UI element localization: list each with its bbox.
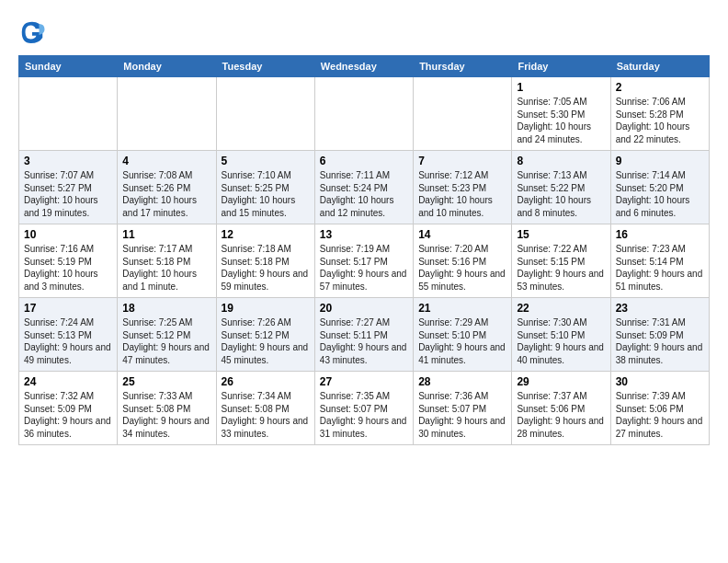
calendar-cell: 24Sunrise: 7:32 AMSunset: 5:09 PMDayligh…: [19, 372, 118, 445]
day-info: Sunrise: 7:32 AMSunset: 5:09 PMDaylight:…: [24, 390, 112, 440]
calendar-cell: 5Sunrise: 7:10 AMSunset: 5:25 PMDaylight…: [216, 151, 314, 224]
calendar-cell: [118, 77, 216, 151]
day-info: Sunrise: 7:30 AMSunset: 5:10 PMDaylight:…: [517, 316, 605, 366]
day-number: 16: [616, 228, 704, 241]
day-number: 20: [320, 302, 408, 315]
day-number: 19: [222, 302, 310, 315]
day-info: Sunrise: 7:13 AMSunset: 5:22 PMDaylight:…: [517, 169, 605, 219]
day-number: 15: [517, 228, 605, 241]
day-info: Sunrise: 7:22 AMSunset: 5:15 PMDaylight:…: [517, 243, 605, 293]
day-number: 14: [418, 228, 506, 241]
day-info: Sunrise: 7:06 AMSunset: 5:28 PMDaylight:…: [616, 96, 704, 145]
day-number: 26: [222, 375, 310, 388]
calendar-cell: 2Sunrise: 7:06 AMSunset: 5:28 PMDaylight…: [610, 77, 709, 151]
day-info: Sunrise: 7:19 AMSunset: 5:17 PMDaylight:…: [320, 243, 408, 293]
calendar-table: SundayMondayTuesdayWednesdayThursdayFrid…: [18, 55, 710, 445]
calendar-cell: 1Sunrise: 7:05 AMSunset: 5:30 PMDaylight…: [512, 77, 610, 151]
calendar-cell: 29Sunrise: 7:37 AMSunset: 5:06 PMDayligh…: [512, 372, 610, 445]
calendar-cell: 22Sunrise: 7:30 AMSunset: 5:10 PMDayligh…: [512, 298, 610, 372]
day-number: 7: [418, 155, 506, 167]
calendar-cell: [314, 77, 413, 151]
weekday-header: Saturday: [610, 56, 709, 77]
calendar-cell: 27Sunrise: 7:35 AMSunset: 5:07 PMDayligh…: [314, 372, 413, 445]
weekday-header: Thursday: [414, 56, 512, 77]
day-info: Sunrise: 7:14 AMSunset: 5:20 PMDaylight:…: [616, 169, 704, 219]
day-info: Sunrise: 7:16 AMSunset: 5:19 PMDaylight:…: [24, 243, 112, 293]
calendar-cell: 3Sunrise: 7:07 AMSunset: 5:27 PMDaylight…: [19, 151, 118, 224]
day-info: Sunrise: 7:12 AMSunset: 5:23 PMDaylight:…: [418, 169, 506, 219]
day-number: 6: [320, 155, 408, 167]
weekday-header: Friday: [512, 56, 610, 77]
day-info: Sunrise: 7:29 AMSunset: 5:10 PMDaylight:…: [418, 316, 506, 366]
day-info: Sunrise: 7:05 AMSunset: 5:30 PMDaylight:…: [517, 96, 605, 145]
day-info: Sunrise: 7:31 AMSunset: 5:09 PMDaylight:…: [616, 316, 704, 366]
calendar-cell: 17Sunrise: 7:24 AMSunset: 5:13 PMDayligh…: [19, 298, 118, 372]
calendar-cell: 23Sunrise: 7:31 AMSunset: 5:09 PMDayligh…: [610, 298, 709, 372]
day-info: Sunrise: 7:07 AMSunset: 5:27 PMDaylight:…: [24, 169, 112, 219]
weekday-header: Sunday: [19, 56, 118, 77]
day-number: 30: [616, 375, 704, 388]
day-info: Sunrise: 7:26 AMSunset: 5:12 PMDaylight:…: [222, 316, 310, 366]
calendar-header-row: SundayMondayTuesdayWednesdayThursdayFrid…: [19, 56, 710, 77]
calendar-cell: [19, 77, 118, 151]
day-number: 29: [517, 375, 605, 388]
calendar-cell: 12Sunrise: 7:18 AMSunset: 5:18 PMDayligh…: [216, 224, 314, 298]
day-info: Sunrise: 7:37 AMSunset: 5:06 PMDaylight:…: [517, 390, 605, 440]
day-number: 23: [616, 302, 704, 315]
calendar-cell: 13Sunrise: 7:19 AMSunset: 5:17 PMDayligh…: [314, 224, 413, 298]
calendar-week-row: 17Sunrise: 7:24 AMSunset: 5:13 PMDayligh…: [19, 298, 710, 372]
day-number: 3: [24, 155, 112, 167]
calendar-cell: 6Sunrise: 7:11 AMSunset: 5:24 PMDaylight…: [314, 151, 413, 224]
calendar-cell: 30Sunrise: 7:39 AMSunset: 5:06 PMDayligh…: [610, 372, 709, 445]
calendar-cell: 8Sunrise: 7:13 AMSunset: 5:22 PMDaylight…: [512, 151, 610, 224]
weekday-header: Wednesday: [314, 56, 413, 77]
calendar-cell: 28Sunrise: 7:36 AMSunset: 5:07 PMDayligh…: [414, 372, 512, 445]
day-number: 21: [418, 302, 506, 315]
day-info: Sunrise: 7:39 AMSunset: 5:06 PMDaylight:…: [616, 390, 704, 440]
day-info: Sunrise: 7:36 AMSunset: 5:07 PMDaylight:…: [418, 390, 506, 440]
calendar-week-row: 24Sunrise: 7:32 AMSunset: 5:09 PMDayligh…: [19, 372, 710, 445]
calendar-cell: 7Sunrise: 7:12 AMSunset: 5:23 PMDaylight…: [414, 151, 512, 224]
calendar-cell: 4Sunrise: 7:08 AMSunset: 5:26 PMDaylight…: [118, 151, 216, 224]
day-info: Sunrise: 7:23 AMSunset: 5:14 PMDaylight:…: [616, 243, 704, 293]
day-number: 22: [517, 302, 605, 315]
day-number: 11: [122, 228, 210, 241]
logo-icon: [18, 18, 46, 46]
day-info: Sunrise: 7:35 AMSunset: 5:07 PMDaylight:…: [320, 390, 408, 440]
calendar-week-row: 10Sunrise: 7:16 AMSunset: 5:19 PMDayligh…: [19, 224, 710, 298]
calendar-cell: 11Sunrise: 7:17 AMSunset: 5:18 PMDayligh…: [118, 224, 216, 298]
day-info: Sunrise: 7:18 AMSunset: 5:18 PMDaylight:…: [222, 243, 310, 293]
day-number: 17: [24, 302, 112, 315]
day-number: 28: [418, 375, 506, 388]
calendar-cell: 19Sunrise: 7:26 AMSunset: 5:12 PMDayligh…: [216, 298, 314, 372]
day-info: Sunrise: 7:08 AMSunset: 5:26 PMDaylight:…: [122, 169, 210, 219]
calendar-cell: 9Sunrise: 7:14 AMSunset: 5:20 PMDaylight…: [610, 151, 709, 224]
day-number: 25: [122, 375, 210, 388]
day-info: Sunrise: 7:25 AMSunset: 5:12 PMDaylight:…: [122, 316, 210, 366]
day-info: Sunrise: 7:11 AMSunset: 5:24 PMDaylight:…: [320, 169, 408, 219]
day-info: Sunrise: 7:20 AMSunset: 5:16 PMDaylight:…: [418, 243, 506, 293]
day-number: 13: [320, 228, 408, 241]
day-info: Sunrise: 7:27 AMSunset: 5:11 PMDaylight:…: [320, 316, 408, 366]
calendar-cell: 21Sunrise: 7:29 AMSunset: 5:10 PMDayligh…: [414, 298, 512, 372]
calendar-cell: 14Sunrise: 7:20 AMSunset: 5:16 PMDayligh…: [414, 224, 512, 298]
day-number: 8: [517, 155, 605, 167]
day-info: Sunrise: 7:24 AMSunset: 5:13 PMDaylight:…: [24, 316, 112, 366]
day-number: 12: [222, 228, 310, 241]
calendar-cell: 25Sunrise: 7:33 AMSunset: 5:08 PMDayligh…: [118, 372, 216, 445]
day-number: 5: [222, 155, 310, 167]
day-info: Sunrise: 7:17 AMSunset: 5:18 PMDaylight:…: [122, 243, 210, 293]
day-info: Sunrise: 7:33 AMSunset: 5:08 PMDaylight:…: [122, 390, 210, 440]
calendar-cell: [414, 77, 512, 151]
calendar-cell: [216, 77, 314, 151]
calendar-week-row: 1Sunrise: 7:05 AMSunset: 5:30 PMDaylight…: [19, 77, 710, 151]
day-info: Sunrise: 7:34 AMSunset: 5:08 PMDaylight:…: [222, 390, 310, 440]
calendar-cell: 20Sunrise: 7:27 AMSunset: 5:11 PMDayligh…: [314, 298, 413, 372]
calendar-week-row: 3Sunrise: 7:07 AMSunset: 5:27 PMDaylight…: [19, 151, 710, 224]
day-number: 24: [24, 375, 112, 388]
day-info: Sunrise: 7:10 AMSunset: 5:25 PMDaylight:…: [222, 169, 310, 219]
day-number: 4: [122, 155, 210, 167]
calendar-cell: 16Sunrise: 7:23 AMSunset: 5:14 PMDayligh…: [610, 224, 709, 298]
calendar-cell: 15Sunrise: 7:22 AMSunset: 5:15 PMDayligh…: [512, 224, 610, 298]
day-number: 1: [517, 81, 605, 94]
